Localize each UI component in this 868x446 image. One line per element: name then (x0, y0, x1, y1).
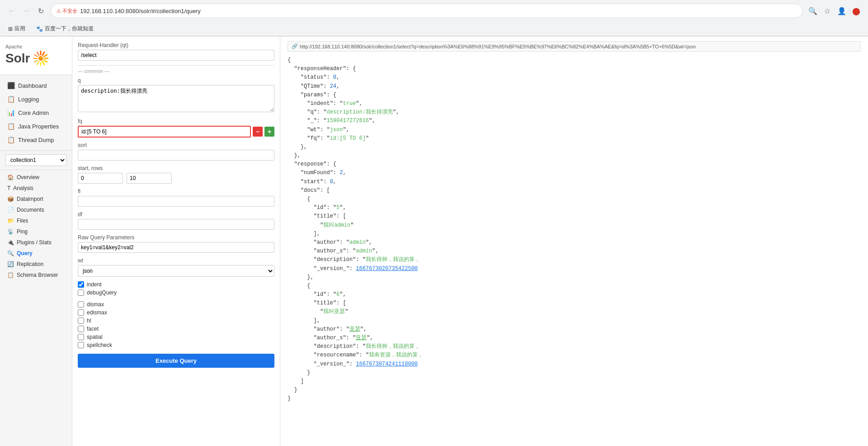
bookmark-apps[interactable]: ⊞ 应用 (5, 24, 28, 33)
facet-checkbox[interactable] (78, 326, 84, 332)
analysis-label: Analysis (13, 185, 33, 191)
sidebar-item-replication[interactable]: 🔄 Replication (0, 259, 72, 270)
fq-input-wrapper (78, 126, 251, 138)
sidebar-item-dashboard[interactable]: ⬛ Dashboard (0, 79, 72, 92)
query-panel: Request-Handler (qt) — common — q descri… (72, 37, 280, 446)
schema-label: Schema Browser (17, 272, 58, 278)
query-icon: 🔍 (7, 250, 14, 256)
author-s-link-1[interactable]: 亚瑟 (356, 335, 367, 341)
svg-line-7 (37, 62, 39, 65)
start-rows-label: start, rows (78, 165, 274, 171)
sort-input[interactable] (78, 150, 274, 161)
raw-query-group: Raw Query Parameters (78, 234, 274, 253)
replication-icon: 🔄 (7, 261, 14, 267)
raw-query-input[interactable] (78, 242, 274, 253)
collection-select[interactable]: collection1 (5, 154, 66, 166)
main-content: Request-Handler (qt) — common — q descri… (72, 37, 868, 446)
toolbar-actions: 🔍 ☆ 👤 ⬤ (807, 5, 863, 17)
sort-label: sort (78, 142, 274, 148)
svg-point-12 (38, 56, 43, 61)
fl-input[interactable] (78, 196, 274, 207)
debug-query-checkbox[interactable] (78, 289, 84, 296)
spellcheck-checkbox[interactable] (78, 342, 84, 348)
spatial-checkbox[interactable] (78, 334, 84, 340)
app-container: Apache Solr (0, 37, 868, 446)
sidebar-item-java-props[interactable]: 📋 Java Properties (0, 119, 72, 133)
forward-button[interactable]: → (20, 5, 33, 17)
security-label: 不安全 (62, 8, 77, 14)
fq-input[interactable] (79, 127, 250, 137)
execute-query-button[interactable]: Execute Query (78, 354, 274, 368)
solr-logo: Solr (5, 49, 66, 67)
sidebar-item-analysis[interactable]: T Analysis (0, 183, 72, 194)
dismax-checkbox[interactable] (78, 301, 84, 308)
rows-input[interactable] (127, 173, 172, 184)
sidebar-item-thread-dump[interactable]: 📋 Thread Dump (0, 133, 72, 147)
fq-group: fq − + (78, 118, 274, 138)
dismax-label: dismax (87, 301, 104, 308)
sidebar-item-overview[interactable]: 🏠 Overview (0, 172, 72, 183)
sidebar-item-plugins[interactable]: 🔌 Plugins / Stats (0, 237, 72, 248)
sidebar-item-dataimport[interactable]: 📦 Dataimport (0, 194, 72, 204)
sidebar-item-ping[interactable]: 📡 Ping (0, 226, 72, 237)
back-button[interactable]: ← (5, 5, 18, 17)
version-link-1[interactable]: 1667673020735422500 (356, 266, 418, 272)
bookmark-button[interactable]: ☆ (821, 5, 834, 17)
start-rows-inputs (78, 173, 274, 184)
results-panel: 🔗 http://192.168.110.140:8080/solr/colle… (280, 37, 868, 446)
request-handler-label: Request-Handler (qt) (78, 42, 274, 48)
svg-line-5 (42, 62, 44, 65)
bookmarks-bar: ⊞ 应用 🐾 百度一下，你就知道 (0, 22, 868, 36)
sidebar-item-core-admin[interactable]: 📊 Core Admin (0, 106, 72, 119)
svg-line-2 (44, 55, 47, 57)
documents-icon: 📄 (7, 207, 14, 213)
address-bar[interactable]: ⚠ 不安全 192.168.110.140:8080/solr/#/collec… (51, 4, 803, 18)
request-handler-input[interactable] (78, 50, 274, 61)
svg-line-11 (37, 52, 39, 55)
fl-group: fl (78, 188, 274, 207)
indent-checkbox[interactable] (78, 281, 84, 288)
author-link-1[interactable]: 亚瑟 (349, 326, 360, 332)
facet-label: facet (87, 326, 99, 332)
wt-select[interactable]: json xml python ruby php csv (78, 265, 274, 277)
hl-label: hl (87, 318, 91, 324)
spatial-label: spatial (87, 334, 103, 340)
fq-remove-button[interactable]: − (253, 127, 263, 137)
sidebar-item-documents[interactable]: 📄 Documents (0, 204, 72, 215)
q-input[interactable]: description:我长得漂亮 (78, 85, 274, 112)
sidebar-item-schema-browser[interactable]: 📋 Schema Browser (0, 270, 72, 280)
solr-text: Solr (5, 51, 30, 66)
fq-add-button[interactable]: + (264, 127, 274, 137)
dataimport-icon: 📦 (7, 196, 14, 202)
url-text: 192.168.110.140:8080/solr/#/collection1/… (80, 8, 797, 14)
thread-dump-label: Thread Dump (18, 137, 54, 143)
ping-label: Ping (17, 228, 28, 235)
sidebar: Apache Solr (0, 37, 72, 446)
account-button[interactable]: 👤 (835, 5, 848, 17)
java-props-icon: 📋 (7, 123, 14, 130)
sort-group: sort (78, 142, 274, 161)
start-rows-group: start, rows (78, 165, 274, 184)
bookmark-baidu[interactable]: 🐾 百度一下，你就知道 (33, 24, 96, 33)
json-viewer: { "responseHeader": { "status": 0, "QTim… (288, 56, 861, 403)
df-group: df (78, 211, 274, 230)
search-button[interactable]: 🔍 (807, 5, 819, 17)
sidebar-item-query[interactable]: 🔍 Query (0, 248, 72, 259)
sidebar-item-files[interactable]: 📁 Files (0, 215, 72, 226)
files-icon: 📁 (7, 218, 14, 224)
menu-button[interactable]: ⬤ (850, 5, 863, 17)
solr-icon (32, 49, 50, 67)
sidebar-item-logging[interactable]: 📋 Logging (0, 92, 72, 106)
hl-checkbox[interactable] (78, 318, 84, 324)
edismax-checkbox[interactable] (78, 309, 84, 316)
version-link-2[interactable]: 1667673074241110000 (356, 361, 418, 367)
request-handler-group: Request-Handler (qt) (78, 42, 274, 61)
dashboard-label: Dashboard (18, 82, 47, 89)
indent-row: indent (78, 281, 274, 288)
fl-label: fl (78, 188, 274, 195)
start-input[interactable] (78, 173, 123, 184)
q-group: q description:我长得漂亮 (78, 77, 274, 114)
refresh-button[interactable]: ↻ (34, 5, 47, 17)
df-input[interactable] (78, 219, 274, 230)
result-url-icon: 🔗 (292, 43, 298, 49)
